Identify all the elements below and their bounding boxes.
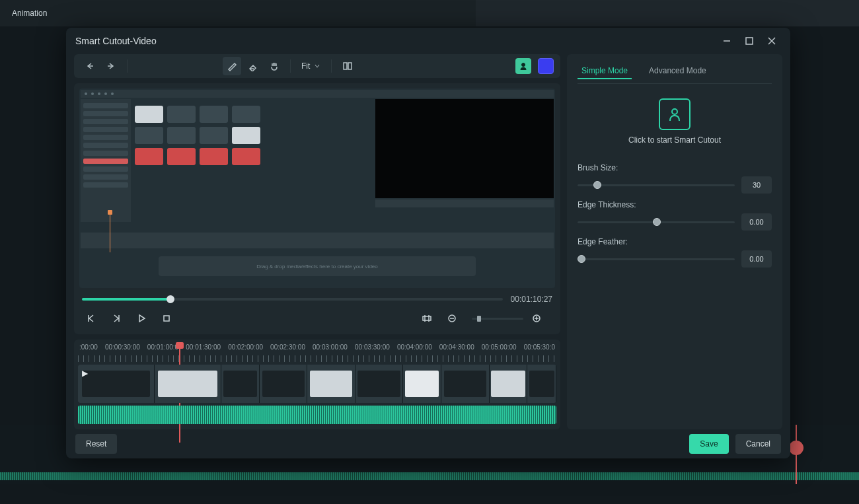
brush-size-value[interactable]: 30	[741, 176, 772, 194]
svg-rect-8	[423, 316, 431, 320]
scrub-fill	[82, 298, 170, 301]
minimize-button[interactable]	[718, 32, 736, 50]
preview-toolbar: Fit	[74, 54, 560, 78]
background-top-right	[476, 0, 859, 26]
ruler-ticks	[78, 355, 556, 362]
clip-thumb[interactable]	[355, 365, 403, 403]
preview-fake-menubar	[81, 90, 554, 98]
ruler-label: 00:02:30:00	[270, 343, 305, 351]
clip-thumb[interactable]	[307, 365, 355, 403]
clip-thumb[interactable]	[490, 365, 528, 403]
ruler-label: 00:05:00:00	[482, 343, 517, 351]
clip-thumb[interactable]	[403, 365, 441, 403]
edge-feather-slider[interactable]	[578, 258, 735, 260]
svg-rect-1	[746, 38, 753, 44]
tab-simple-mode[interactable]: Simple Mode	[578, 63, 632, 79]
clip-thumb[interactable]	[260, 365, 307, 403]
preview-fake-drop-hint: Drag & drop media/effects here to create…	[159, 256, 476, 276]
zoom-slider-thumb[interactable]	[477, 316, 481, 322]
right-panel: Simple Mode Advanced Mode Click to start…	[567, 54, 782, 429]
edge-thickness-thumb[interactable]	[653, 218, 661, 226]
mode-tabs: Simple Mode Advanced Mode	[578, 63, 772, 84]
mark-range-button[interactable]	[418, 309, 436, 328]
background-color-chip[interactable]	[538, 58, 554, 74]
tab-advanced-mode[interactable]: Advanced Mode	[645, 63, 710, 79]
modal-footer: Reset Save Cancel	[66, 429, 790, 458]
smart-cutout-modal: Smart Cutout-Video Fit	[66, 28, 790, 458]
edge-thickness-label: Edge Thickness:	[578, 200, 772, 209]
reset-button[interactable]: Reset	[75, 434, 117, 454]
scrub-thumb[interactable]	[167, 295, 174, 303]
timeline-panel: :00:00 00:00:30:00 00:01:00:0 00:01:30:0…	[74, 340, 560, 429]
clip-thumb[interactable]	[155, 365, 221, 403]
brush-tool-button[interactable]	[223, 57, 241, 75]
ruler-label: 00:03:30:00	[355, 343, 390, 351]
zoom-out-button[interactable]	[443, 309, 461, 328]
video-track[interactable]: ▶	[78, 365, 556, 403]
smart-cutout-icon[interactable]	[659, 98, 691, 130]
audio-waveform[interactable]	[78, 406, 556, 424]
background-waveform	[0, 472, 859, 480]
stop-button[interactable]	[157, 309, 176, 328]
brush-size-slider[interactable]	[578, 184, 735, 186]
zoom-fit-label: Fit	[301, 61, 310, 71]
ruler-label: 00:02:00:00	[228, 343, 263, 351]
preview-fake-timeline	[81, 233, 554, 248]
maximize-button[interactable]	[740, 32, 759, 50]
modal-titlebar: Smart Cutout-Video	[66, 28, 790, 54]
timecode-display: 00:01:10:27	[511, 295, 552, 304]
cancel-button[interactable]: Cancel	[735, 434, 781, 454]
ruler-label: 00:01:30:00	[186, 343, 221, 351]
modal-title: Smart Cutout-Video	[75, 36, 157, 46]
ruler-label: 00:04:30:00	[439, 343, 474, 351]
play-button[interactable]	[132, 309, 151, 328]
zoom-slider[interactable]	[472, 318, 523, 320]
svg-point-16	[672, 109, 677, 114]
ruler-label: 00:05:30:0	[524, 343, 555, 351]
redo-button[interactable]	[102, 57, 120, 75]
edge-feather-thumb[interactable]	[578, 255, 585, 263]
clip-thumb[interactable]: ▶	[78, 365, 155, 403]
clip-thumb[interactable]	[221, 365, 260, 403]
next-frame-button[interactable]	[107, 309, 126, 328]
preview-fake-playhead	[110, 213, 110, 252]
ruler-label: 00:01:00:0	[147, 343, 178, 351]
edge-feather-value[interactable]: 0.00	[741, 250, 772, 268]
eraser-tool-button[interactable]	[244, 57, 262, 75]
preview-panel: Drag & drop media/effects here to create…	[74, 83, 560, 334]
timeline-ruler[interactable]: :00:00 00:00:30:00 00:01:00:0 00:01:30:0…	[78, 343, 556, 362]
save-button[interactable]: Save	[689, 434, 728, 454]
svg-rect-5	[348, 63, 352, 69]
edge-feather-label: Edge Feather:	[578, 237, 772, 246]
ruler-label: 00:00:30:00	[105, 343, 140, 351]
scrub-track[interactable]	[82, 298, 503, 301]
clip-thumb[interactable]	[441, 365, 489, 403]
preview-fake-viewer-controls	[375, 199, 554, 207]
preview-fake-grid	[135, 106, 260, 165]
smart-cutout-start-text: Click to start Smart Cutout	[578, 135, 772, 145]
prev-frame-button[interactable]	[82, 309, 100, 328]
svg-rect-7	[164, 316, 169, 321]
chevron-down-icon	[314, 63, 320, 69]
clip-thumb[interactable]	[527, 365, 556, 403]
undo-button[interactable]	[81, 57, 99, 75]
brush-size-label: Brush Size:	[578, 163, 772, 172]
svg-rect-4	[344, 63, 347, 69]
close-button[interactable]	[763, 32, 781, 50]
ruler-label: 00:03:00:00	[313, 343, 348, 351]
edge-thickness-value[interactable]: 0.00	[741, 213, 772, 231]
background-tab-animation[interactable]: Animation	[7, 6, 52, 20]
compare-toggle-button[interactable]	[338, 57, 357, 75]
zoom-in-button[interactable]	[527, 309, 546, 328]
preview-canvas[interactable]: Drag & drop media/effects here to create…	[79, 89, 555, 288]
preview-fake-sidebar	[81, 99, 131, 222]
ruler-label: :00:00	[79, 343, 98, 351]
hand-tool-button[interactable]	[265, 57, 283, 75]
subject-chip[interactable]	[515, 58, 531, 74]
zoom-fit-select[interactable]: Fit	[297, 60, 324, 72]
svg-point-6	[522, 63, 525, 67]
edge-thickness-slider[interactable]	[578, 221, 735, 223]
background-playhead	[796, 425, 797, 484]
preview-fake-viewer	[375, 99, 554, 198]
brush-size-thumb[interactable]	[593, 181, 601, 189]
